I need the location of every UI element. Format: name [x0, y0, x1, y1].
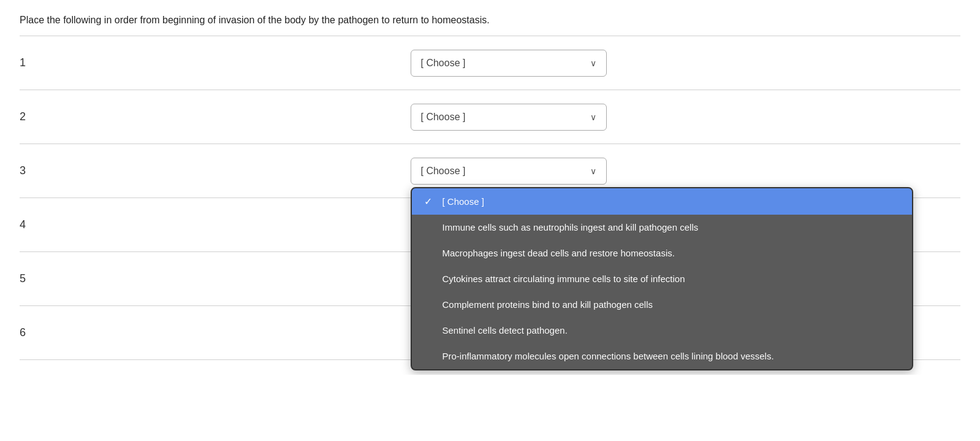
row-2-select-button[interactable]: [ Choose ] ∨: [411, 104, 607, 131]
dropdown-item-immune-cells-label: Immune cells such as neutrophils ingest …: [443, 222, 900, 232]
dropdown-item-complement-label: Complement proteins bind to and kill pat…: [443, 299, 900, 310]
row-2-chevron-icon: ∨: [590, 112, 596, 122]
row-3-number: 3: [20, 164, 56, 177]
row-1-number: 1: [20, 56, 56, 69]
dropdown-item-pro-inflammatory-label: Pro-inflammatory molecules open connecti…: [443, 351, 900, 361]
dropdown-item-sentinel[interactable]: Sentinel cells detect pathogen.: [412, 318, 912, 343]
no-check-4: [424, 299, 436, 310]
dropdown-item-immune-cells[interactable]: Immune cells such as neutrophils ingest …: [412, 215, 912, 240]
dropdown-item-macrophages-label: Macrophages ingest dead cells and restor…: [443, 248, 900, 258]
row-4-number: 4: [20, 218, 56, 231]
instruction-text: Place the following in order from beginn…: [20, 15, 960, 26]
row-1: 1 [ Choose ] ∨: [20, 36, 960, 90]
row-3-select-wrapper: [ Choose ] ∨ ✓ [ Choose ] Immune cells s…: [411, 158, 607, 185]
no-check-3: [424, 274, 436, 285]
dropdown-item-choose[interactable]: ✓ [ Choose ]: [412, 188, 912, 215]
dropdown-item-sentinel-label: Sentinel cells detect pathogen.: [443, 325, 900, 336]
row-1-chevron-icon: ∨: [590, 58, 596, 68]
row-1-select-label: [ Choose ]: [421, 58, 466, 69]
row-1-content: [ Choose ] ∨: [56, 50, 960, 77]
row-5-number: 5: [20, 272, 56, 285]
dropdown-item-choose-label: [ Choose ]: [443, 196, 900, 207]
row-6-number: 6: [20, 326, 56, 339]
no-check-6: [424, 351, 436, 362]
dropdown-item-cytokines-label: Cytokines attract circulating immune cel…: [443, 274, 900, 284]
dropdown-item-cytokines[interactable]: Cytokines attract circulating immune cel…: [412, 266, 912, 292]
row-3-select-button[interactable]: [ Choose ] ∨: [411, 158, 607, 185]
row-2-select-wrapper: [ Choose ] ∨: [411, 104, 607, 131]
row-2-content: [ Choose ] ∨: [56, 104, 960, 131]
row-3-dropdown: ✓ [ Choose ] Immune cells such as neutro…: [411, 187, 913, 370]
dropdown-item-macrophages[interactable]: Macrophages ingest dead cells and restor…: [412, 240, 912, 266]
dropdown-item-complement[interactable]: Complement proteins bind to and kill pat…: [412, 292, 912, 318]
row-2: 2 [ Choose ] ∨: [20, 90, 960, 144]
row-3-content: [ Choose ] ∨ ✓ [ Choose ] Immune cells s…: [56, 158, 960, 185]
row-3: 3 [ Choose ] ∨ ✓ [ Choose ] Immune cells…: [20, 144, 960, 198]
row-2-number: 2: [20, 110, 56, 123]
row-1-select-button[interactable]: [ Choose ] ∨: [411, 50, 607, 77]
row-1-select-wrapper: [ Choose ] ∨: [411, 50, 607, 77]
row-2-select-label: [ Choose ]: [421, 112, 466, 123]
dropdown-item-pro-inflammatory[interactable]: Pro-inflammatory molecules open connecti…: [412, 343, 912, 369]
row-3-select-label: [ Choose ]: [421, 166, 466, 177]
no-check-2: [424, 248, 436, 259]
row-3-chevron-icon: ∨: [590, 166, 596, 176]
check-icon: ✓: [424, 196, 436, 207]
no-check-1: [424, 222, 436, 233]
no-check-5: [424, 325, 436, 336]
